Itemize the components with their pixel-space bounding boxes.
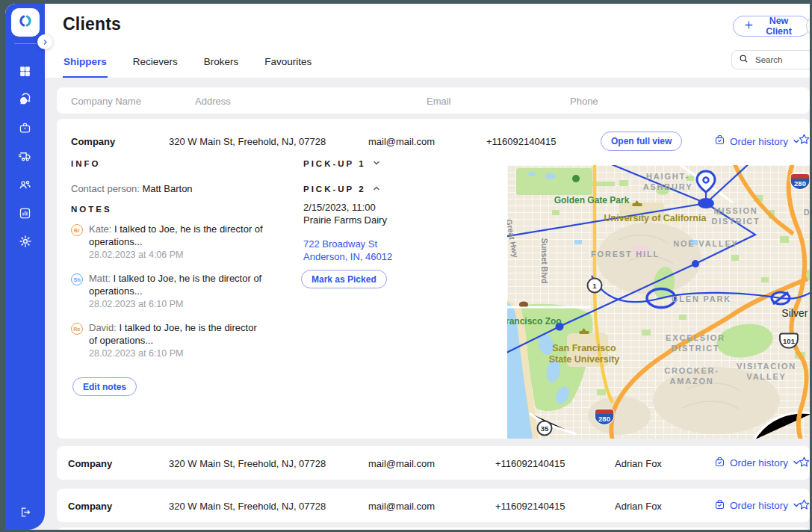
edit-notes-button[interactable]: Edit notes	[72, 377, 137, 396]
note-timestamp: 28.02.2023 at 4:06 PM	[89, 250, 264, 260]
pickup-1-toggle[interactable]: PICK-UP 1	[303, 159, 380, 168]
tab-favourites[interactable]: Favourites	[264, 56, 312, 78]
company-name: Company	[68, 457, 112, 468]
page-title: Clients	[63, 14, 121, 34]
sidebar-item-briefcase[interactable]	[16, 119, 34, 137]
clients-table: Company NameAddressEmailPhone Company 32…	[45, 78, 810, 530]
pickup-datetime: 2/15/2023, 11:00	[303, 202, 387, 214]
note-timestamp: 28.02.2023 at 6:10 PM	[89, 299, 264, 309]
sidebar-item-dashboard[interactable]	[16, 62, 34, 80]
notes-heading: NOTES	[71, 205, 112, 214]
favourite-star-icon[interactable]	[798, 498, 810, 513]
pickup-2-toggle[interactable]: PICK-UP 2	[303, 185, 380, 194]
sidebar-item-team[interactable]	[16, 176, 34, 194]
messages-icon	[19, 93, 32, 106]
truck-icon	[18, 149, 32, 164]
order-history-button[interactable]: Order history	[714, 499, 800, 513]
favourite-star-icon[interactable]	[798, 456, 810, 471]
chevron-right-icon	[42, 37, 49, 48]
chevron-up-icon	[373, 185, 380, 194]
plus-icon	[744, 20, 754, 32]
sidebar-item-logout[interactable]	[16, 503, 34, 521]
note-timestamp: 28.02.2023 at 6:10 PM	[89, 348, 264, 359]
note-author: David:	[89, 322, 119, 333]
note-author: Matt:	[89, 273, 114, 284]
company-email: mail@mail.com	[368, 136, 435, 147]
note-item: ReDavid: I talked to Joe, he is the dire…	[71, 322, 264, 359]
note-item: BrKate: I talked to Joe, he is the direc…	[71, 223, 264, 260]
tab-bar: ShippersRecieversBrokersFavourites	[63, 56, 312, 78]
order-bag-icon	[714, 457, 725, 470]
note-type-badge: Br	[71, 224, 83, 236]
pickup-details: 2/15/2023, 11:00 Prairie Farms Dairy	[303, 202, 387, 226]
sidebar-item-settings[interactable]	[16, 232, 34, 250]
app-logo[interactable]	[11, 8, 40, 37]
order-bag-icon	[714, 134, 725, 148]
order-history-button[interactable]: Order history	[714, 132, 800, 151]
note-text: I talked to Joe, he is the director of o…	[89, 273, 261, 297]
company-phone: +116092140415	[495, 500, 565, 511]
search-input[interactable]	[754, 55, 810, 65]
main-area: Clients New Client ShippersRecieversBrok…	[45, 4, 810, 530]
note-author: Kate:	[89, 223, 114, 235]
search-icon	[739, 53, 749, 66]
mark-as-picked-button[interactable]: Mark as Picked	[301, 270, 387, 288]
tab-brokers[interactable]: Brokers	[203, 56, 240, 78]
table-row-partial[interactable]	[57, 528, 810, 530]
table-row[interactable]: Company320 W Main St, Freehold, NJ, 0772…	[57, 489, 810, 522]
sidebar-nav	[16, 62, 34, 250]
contact-name: Adrian Fox	[615, 457, 662, 468]
pickup-address: 722 Broadway St Anderson, IN, 46012	[303, 238, 392, 263]
sidebar-item-truck[interactable]	[16, 147, 34, 165]
logo-icon	[17, 13, 34, 32]
column-header-email: Email	[427, 95, 451, 106]
table-header-row: Company NameAddressEmailPhone	[57, 87, 810, 114]
sidebar	[5, 4, 45, 530]
company-email: mail@mail.com	[368, 500, 435, 511]
map-canvas	[507, 165, 810, 439]
settings-icon	[19, 235, 32, 248]
sidebar-expand-button[interactable]	[37, 34, 52, 49]
new-client-button[interactable]: New Client	[733, 16, 810, 37]
map[interactable]: HAIGHT-ASHBURYMISSIONDISTRICTDOGNOE VALL…	[507, 165, 810, 439]
note-item: ShMatt: I talked to Joe, he is the direc…	[71, 273, 264, 309]
favourite-star-icon[interactable]	[798, 133, 810, 148]
search-box[interactable]	[731, 50, 810, 69]
company-address: 320 W Main St, Freehold, NJ, 07728	[169, 136, 326, 147]
company-phone: +116092140415	[486, 136, 556, 147]
tab-shippers[interactable]: Shippers	[63, 56, 108, 78]
company-address: 320 W Main St, Freehold, NJ, 07728	[169, 500, 326, 511]
app-frame: Clients New Client ShippersRecieversBrok…	[5, 4, 810, 530]
info-heading: INFO	[71, 159, 100, 168]
note-type-badge: Re	[71, 323, 83, 335]
company-email: mail@mail.com	[368, 457, 435, 468]
column-header-company-name: Company Name	[71, 95, 141, 106]
reports-icon	[19, 207, 31, 220]
chevron-down-icon	[373, 159, 380, 168]
sidebar-item-reports[interactable]	[16, 204, 34, 222]
briefcase-icon	[19, 122, 31, 134]
open-full-view-button[interactable]: Open full view	[601, 132, 682, 151]
pickup-address-link-1[interactable]: 722 Broadway St	[303, 238, 392, 250]
table-row[interactable]: Company320 W Main St, Freehold, NJ, 0772…	[57, 446, 810, 480]
pickup-location-name: Prairie Farms Dairy	[303, 214, 387, 227]
column-header-address: Address	[195, 95, 231, 106]
contact-person: Contact person: Matt Barton	[71, 183, 193, 194]
sidebar-divider	[14, 43, 37, 44]
logout-icon	[19, 506, 31, 519]
expanded-client-row: Company 320 W Main St, Freehold, NJ, 077…	[57, 119, 810, 439]
company-name: Company	[68, 500, 112, 511]
order-history-button[interactable]: Order history	[714, 457, 800, 470]
order-bag-icon	[714, 499, 725, 513]
note-type-badge: Sh	[71, 273, 83, 285]
column-header-phone: Phone	[570, 95, 598, 106]
sidebar-item-messages[interactable]	[16, 90, 34, 108]
company-name: Company	[71, 136, 115, 147]
notes-list: BrKate: I talked to Joe, he is the direc…	[71, 223, 264, 359]
contact-name: Adrian Fox	[615, 500, 662, 511]
topbar: Clients New Client ShippersRecieversBrok…	[45, 4, 810, 78]
pickup-address-link-2[interactable]: Anderson, IN, 46012	[303, 250, 392, 263]
tab-recievers[interactable]: Recievers	[132, 56, 179, 78]
dashboard-icon	[19, 65, 31, 78]
company-phone: +116092140415	[495, 457, 565, 468]
